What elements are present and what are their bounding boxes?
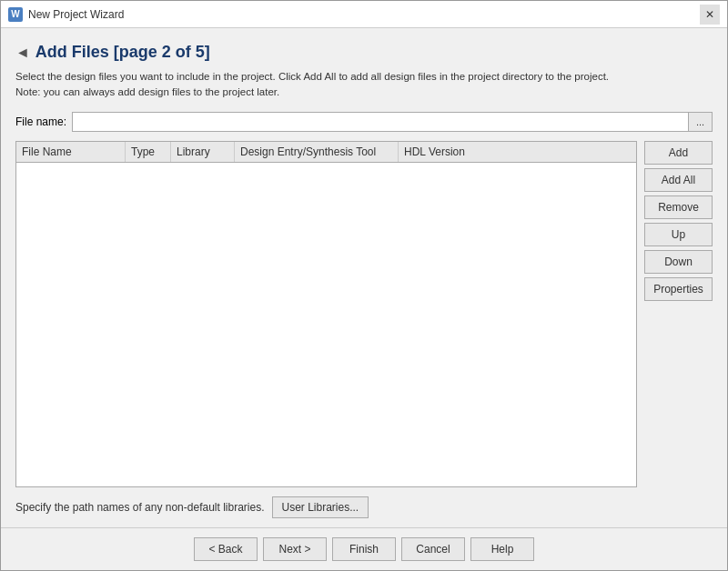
cancel-button[interactable]: Cancel: [401, 537, 465, 561]
back-arrow-icon: ◄: [15, 45, 30, 61]
close-button[interactable]: ✕: [700, 5, 720, 25]
table-header: File Name Type Library Design Entry/Synt…: [16, 142, 636, 163]
col-header-design-entry: Design Entry/Synthesis Tool: [235, 142, 399, 162]
wizard-window: W New Project Wizard ✕ ◄ Add Files [page…: [0, 0, 728, 571]
add-button[interactable]: Add: [644, 141, 713, 165]
table-body: [16, 163, 636, 487]
content-area: ◄ Add Files [page 2 of 5] Select the des…: [1, 28, 727, 527]
back-button[interactable]: < Back: [194, 537, 258, 561]
main-area: File Name Type Library Design Entry/Synt…: [15, 141, 713, 488]
files-table: File Name Type Library Design Entry/Synt…: [15, 141, 637, 488]
side-buttons: Add Add All Remove Up Down Properties: [644, 141, 713, 488]
app-icon: W: [8, 7, 23, 22]
col-header-library: Library: [171, 142, 235, 162]
description: Select the design files you want to incl…: [15, 69, 713, 101]
app-icon-label: W: [11, 9, 19, 19]
title-bar-left: W New Project Wizard: [8, 7, 124, 22]
libraries-label: Specify the path names of any non-defaul…: [15, 501, 265, 514]
description-line2: Note: you can always add design files to…: [15, 85, 713, 100]
file-input-container: ...: [72, 112, 713, 132]
footer: < Back Next > Finish Cancel Help: [1, 527, 727, 570]
window-title: New Project Wizard: [28, 8, 124, 21]
file-name-input[interactable]: [72, 112, 689, 132]
user-libraries-button[interactable]: User Libraries...: [272, 496, 369, 518]
help-button[interactable]: Help: [470, 537, 534, 561]
next-button[interactable]: Next >: [263, 537, 327, 561]
description-line1: Select the design files you want to incl…: [15, 69, 713, 85]
title-bar-controls: ✕: [700, 5, 720, 25]
col-header-type: Type: [126, 142, 171, 162]
title-bar: W New Project Wizard ✕: [1, 1, 727, 28]
browse-button[interactable]: ...: [689, 112, 713, 132]
page-header: ◄ Add Files [page 2 of 5]: [15, 43, 713, 62]
libraries-row: Specify the path names of any non-defaul…: [15, 496, 713, 518]
col-header-hdl: HDL Version: [399, 142, 480, 162]
file-name-row: File name: ...: [15, 112, 713, 132]
add-all-button[interactable]: Add All: [644, 168, 713, 192]
finish-button[interactable]: Finish: [332, 537, 396, 561]
file-name-label: File name:: [15, 115, 66, 128]
up-button[interactable]: Up: [644, 223, 713, 246]
properties-button[interactable]: Properties: [644, 277, 713, 301]
down-button[interactable]: Down: [644, 250, 713, 274]
col-header-filename: File Name: [16, 142, 126, 162]
page-title: Add Files [page 2 of 5]: [35, 43, 210, 62]
remove-button[interactable]: Remove: [644, 195, 713, 219]
